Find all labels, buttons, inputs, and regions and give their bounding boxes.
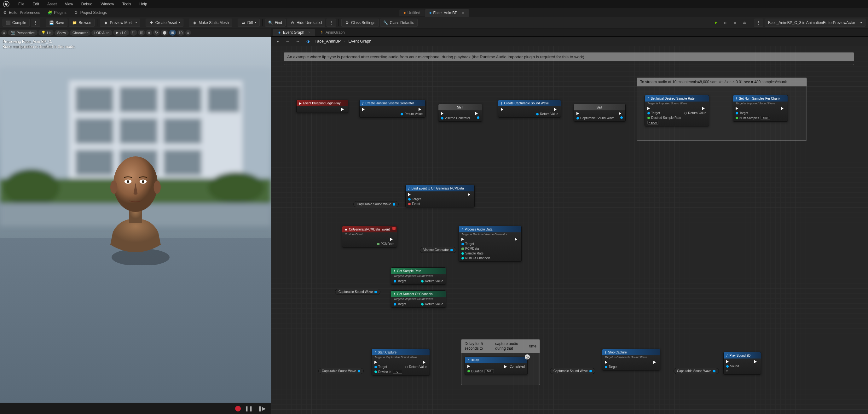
play-rate[interactable]: ▶ x1.0 — [113, 30, 129, 36]
close-icon[interactable]: × — [308, 30, 310, 35]
editor-preferences[interactable]: ⚙ Editor Preferences — [2, 10, 40, 15]
menu-debug[interactable]: Debug — [78, 1, 96, 7]
vp-tool-5[interactable]: ⬤ — [161, 30, 168, 36]
pause-button[interactable]: ❚❚ — [243, 406, 254, 412]
vp-tool-1[interactable]: ⬚ — [130, 30, 137, 36]
node-set-sample-rate[interactable]: ƒSet Initial Desired Sample Rate Target … — [645, 95, 709, 126]
save-button[interactable]: 💾Save — [46, 19, 67, 27]
node-start-capture[interactable]: ƒStart Capture Target is Capturable Soun… — [372, 349, 430, 376]
play-options[interactable]: ⋮ — [754, 19, 763, 27]
sample-rate-input[interactable]: 48000 — [647, 121, 658, 124]
hide-options[interactable]: ⋮ — [327, 19, 336, 27]
node-bind-event[interactable]: ƒBind Event to On Generate PCMData Targe… — [405, 185, 475, 207]
node-set-wave[interactable]: SET Capturable Sound Wave — [574, 104, 626, 122]
latent-icon: ◷ — [525, 354, 530, 359]
svg-point-14 — [3, 169, 60, 207]
title-tab-untitled[interactable]: Untitled — [399, 9, 425, 17]
num-samples-input[interactable]: 480 — [761, 116, 770, 120]
diff-button[interactable]: ⇄Diff▾ — [238, 19, 260, 27]
lit-button[interactable]: 💡 Lit — [38, 30, 54, 36]
play-button[interactable]: ▶ — [712, 18, 720, 27]
nav-forward[interactable]: → — [294, 38, 301, 45]
class-settings-button[interactable]: ⚙Class Settings — [341, 19, 379, 27]
vp-expand[interactable]: » — [185, 30, 191, 36]
var-capturable-2[interactable]: Capturable Sound Wave — [335, 289, 380, 295]
node-delay[interactable]: ƒDelay Duration 5.0 Completed ◷ — [465, 357, 528, 375]
vp-tool-2[interactable]: ◫ — [138, 30, 145, 36]
menu-help[interactable]: Help — [135, 1, 151, 7]
node-get-channels[interactable]: ƒGet Number Of Channels Target is Import… — [391, 290, 446, 308]
project-settings[interactable]: ⚙ Project Settings — [74, 10, 107, 15]
title-tab-face-animbp[interactable]: Face_AnimBP × — [425, 9, 469, 17]
editor-preferences-label: Editor Preferences — [9, 10, 40, 15]
menu-tools[interactable]: Tools — [119, 1, 135, 7]
comment-main[interactable]: An example where lip sync is performed a… — [284, 52, 854, 65]
svg-rect-4 — [120, 87, 158, 112]
node-get-sample-rate[interactable]: ƒGet Sample Rate Target is Imported Soun… — [391, 267, 446, 285]
breadcrumb-asset[interactable]: Face_AnimBP — [314, 39, 341, 43]
nav-back[interactable]: ← — [284, 38, 291, 45]
node-process-audio[interactable]: ƒProcess Audio Data Target is Runtime Vi… — [459, 226, 522, 262]
svg-rect-3 — [75, 87, 114, 112]
step-button[interactable]: ⏭ — [721, 18, 730, 27]
svg-point-15 — [208, 172, 265, 204]
device-id-input[interactable]: 0 — [393, 370, 402, 374]
tab-anim-graph[interactable]: 🏃 AnimGraph — [315, 29, 349, 36]
tab-event-graph[interactable]: ⬗ Event Graph × — [273, 29, 315, 36]
menu-view[interactable]: View — [61, 1, 77, 7]
grid-size[interactable]: 10 — [177, 30, 184, 36]
node-set-num-samples[interactable]: ƒSet Num Samples Per Chunk Target is Imp… — [733, 95, 788, 122]
hide-unrelated-button[interactable]: ⊘Hide Unrelated — [287, 19, 325, 27]
compile-button[interactable]: ⬛Compile — [2, 19, 30, 27]
lod-button[interactable]: LOD Auto — [91, 30, 112, 36]
node-play-sound[interactable]: ƒPlay Sound 2D Sound ▾ — [723, 352, 761, 375]
var-capturable-1[interactable]: Capturable Sound Wave — [353, 201, 399, 207]
var-capturable-5[interactable]: Capturable Sound Wave — [674, 368, 719, 374]
vp-tool-4[interactable]: ↻ — [153, 30, 160, 36]
tab-label: Face_AnimBP — [433, 11, 457, 15]
close-icon[interactable]: × — [462, 10, 464, 16]
stop-button[interactable]: ■ — [731, 18, 739, 27]
class-defaults-button[interactable]: 🔧Class Defaults — [380, 19, 417, 27]
vp-tool-3[interactable]: ◈ — [146, 30, 152, 36]
breadcrumb-graph[interactable]: Event Graph — [348, 39, 371, 43]
find-button[interactable]: 🔍Find — [265, 19, 285, 27]
show-button[interactable]: Show — [55, 30, 69, 36]
menu-asset[interactable]: Asset — [43, 1, 61, 7]
node-create-wave[interactable]: ƒCreate Capturable Sound Wave Return Val… — [498, 100, 561, 118]
warning-icon — [404, 12, 406, 14]
duration-input[interactable]: 5.0 — [485, 369, 494, 373]
record-button[interactable] — [235, 406, 241, 412]
breadcrumb-menu[interactable]: ▾ — [274, 38, 281, 45]
node-ongenerate-event[interactable]: ◆OnGeneratePCMData_Event Custom Event PC… — [342, 226, 397, 247]
var-capturable-4[interactable]: Capturable Sound Wave — [550, 368, 595, 374]
browse-button[interactable]: 📁Browse — [69, 19, 95, 27]
hide-icon: ⊘ — [290, 21, 295, 25]
var-viseme[interactable]: Viseme Generator — [420, 247, 456, 253]
plugins[interactable]: 🧩 Plugins — [48, 10, 66, 15]
graph-canvas[interactable]: An example where lip sync is performed a… — [271, 46, 868, 414]
menu-edit[interactable]: Edit — [29, 1, 43, 7]
menu-window[interactable]: Window — [97, 1, 118, 7]
menu-file[interactable]: File — [14, 1, 28, 7]
viewport-options[interactable]: ≡ — [1, 30, 7, 36]
node-set-viseme[interactable]: SET Viseme Generator — [438, 104, 482, 122]
viewport-3d[interactable]: Previewing Face_AnimBP_C. Bone manipulat… — [0, 37, 271, 403]
save-icon: 💾 — [49, 21, 54, 25]
node-create-viseme[interactable]: ƒCreate Runtime Viseme Generator Return … — [359, 100, 426, 118]
make-static-mesh-button[interactable]: ◈Make Static Mesh — [189, 19, 232, 27]
var-capturable-3[interactable]: Capturable Sound Wave — [318, 368, 364, 374]
node-begin-play[interactable]: ▶Event Blueprint Begin Play — [296, 100, 348, 113]
eject-button[interactable]: ⏏ — [740, 18, 749, 27]
character-button[interactable]: Character — [70, 30, 90, 36]
step-fwd-button[interactable]: ❚▶ — [256, 406, 267, 412]
svg-point-25 — [142, 180, 144, 183]
compile-options[interactable]: ⋮ — [31, 19, 40, 27]
preview-mesh-button[interactable]: ◆Preview Mesh▾ — [100, 19, 140, 27]
svg-rect-6 — [208, 87, 239, 112]
debug-object-selector[interactable]: Face_AnimBP_C_3 in AnimationEditorPrevie… — [765, 19, 866, 27]
perspective-button[interactable]: 📷 Perspective — [8, 30, 37, 36]
vp-tool-6[interactable]: ⊞ — [169, 30, 176, 36]
create-asset-button[interactable]: ✚Create Asset▾ — [146, 19, 184, 27]
node-stop-capture[interactable]: ƒStop Capture Target is Capturable Sound… — [602, 349, 660, 371]
